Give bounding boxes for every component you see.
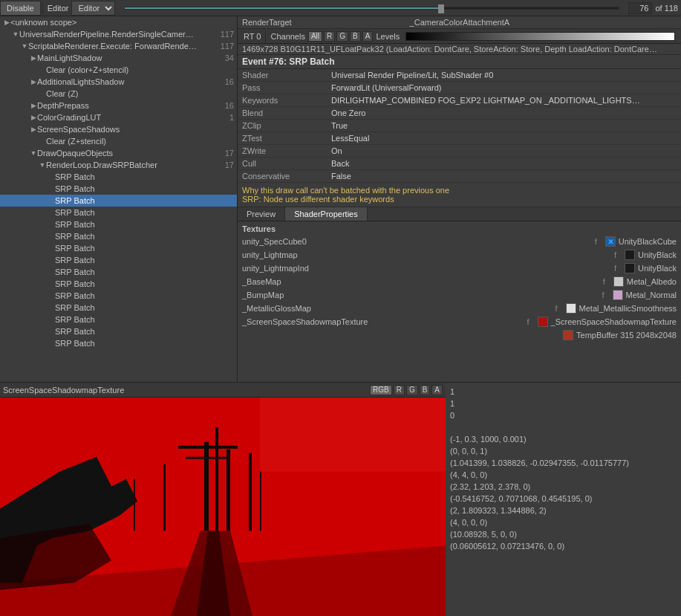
hierarchy-item-srp_batch_1[interactable]: SRP Batch <box>0 171 237 183</box>
hierarchy-item-draw_opaque[interactable]: ▼DrawOpaqueObjects17 <box>0 147 237 159</box>
hierarchy-item-additional_lights[interactable]: ▶AdditionalLightsShadow16 <box>0 76 237 88</box>
expand-arrow[interactable]: ▶ <box>30 54 37 62</box>
expand-arrow[interactable]: ▶ <box>3 19 10 26</box>
texture-swatch <box>538 317 548 327</box>
channels-label: Channels <box>267 32 307 41</box>
hierarchy-item-srp_batch_5[interactable]: SRP Batch <box>0 218 237 230</box>
rt-label: RT 0 <box>241 32 264 41</box>
texture-f-indicator: f <box>602 291 610 299</box>
preview-g-btn[interactable]: G <box>406 385 418 395</box>
expand-arrow[interactable]: ▶ <box>30 78 37 85</box>
expand-arrow[interactable]: ▶ <box>30 126 37 133</box>
property-value: True <box>327 120 681 132</box>
hierarchy-item-srp_batch_8[interactable]: SRP Batch <box>0 254 237 266</box>
hierarchy-item-label: SRP Batch <box>55 268 237 276</box>
hierarchy-item-render_loop[interactable]: ▼RenderLoop.DrawSRPBatcher17 <box>0 159 237 171</box>
hierarchy-item-srp_batch_13[interactable]: SRP Batch <box>0 314 237 325</box>
value-line-13: (0.06005612, 0.07213476, 0, 0) <box>450 540 677 552</box>
texture-f-indicator: f <box>603 277 610 286</box>
hierarchy-item-clear_z[interactable]: Clear (Z) <box>0 88 237 100</box>
hierarchy-item-depth_prepass[interactable]: ▶DepthPrepass16 <box>0 100 237 111</box>
expand-arrow[interactable]: ▶ <box>30 102 37 109</box>
hierarchy-item-srp_batch_14[interactable]: SRP Batch <box>0 325 237 337</box>
editor-label: Editor <box>45 4 72 13</box>
texture-swatch: ✕ <box>605 236 616 247</box>
channel-a-btn[interactable]: A <box>362 31 374 42</box>
tab-shader_properties[interactable]: ShaderProperties <box>285 207 368 221</box>
property-row: ShaderUniversal Render Pipeline/Lit, Sub… <box>238 69 681 82</box>
hierarchy-item-srp_batch_10[interactable]: SRP Batch <box>0 278 237 290</box>
value-line-2: 0 <box>450 409 677 421</box>
slider-thumb[interactable] <box>438 4 444 13</box>
disable-button[interactable]: Disable <box>0 1 41 16</box>
property-key: ZClip <box>238 120 327 132</box>
expand-arrow[interactable]: ▼ <box>21 42 28 50</box>
hierarchy-item-clear_stencil2[interactable]: Clear (Z+stencil) <box>0 135 237 147</box>
hierarchy-item-label: <unknown scope> <box>10 18 237 27</box>
hierarchy-item-clear_stencil1[interactable]: Clear (color+Z+stencil) <box>0 64 237 76</box>
texture-swatch <box>563 330 573 340</box>
texture-name: _MetallicGlossMap <box>242 304 553 313</box>
hierarchy-item-srp_batch_11[interactable]: SRP Batch <box>0 290 237 302</box>
texture-f-indicator: f <box>555 304 563 313</box>
editor-dropdown[interactable]: Editor <box>71 1 115 16</box>
property-key: Keywords <box>238 94 327 107</box>
property-row: ZClipTrue <box>238 120 681 132</box>
property-value: Universal Render Pipeline/Lit, SubShader… <box>327 69 681 82</box>
property-key: Blend <box>238 107 327 120</box>
texture-asset-label: UnityBlackCube <box>619 237 677 246</box>
hierarchy-item-srp_batch_2[interactable]: SRP Batch <box>0 183 237 195</box>
preview-rgb-btn[interactable]: RGB <box>370 385 392 395</box>
texture-row-2: unity_LightmapIndfUnityBlack <box>242 262 677 275</box>
hierarchy-item-main_light_shadow[interactable]: ▶MainLightShadow34 <box>0 52 237 64</box>
texture-row-3: _BaseMapfMetal_Albedo <box>242 275 677 288</box>
hierarchy-item-srp_batch_12[interactable]: SRP Batch <box>0 302 237 314</box>
preview-r-btn[interactable]: R <box>394 385 405 395</box>
texture-name: unity_LightmapInd <box>242 264 611 273</box>
hierarchy-item-srp_batch_6[interactable]: SRP Batch <box>0 230 237 242</box>
hierarchy-item-label: MainLightShadow <box>37 54 225 62</box>
channel-r-btn[interactable]: R <box>324 31 335 42</box>
hierarchy-item-universal_render[interactable]: ▼UniversalRenderPipeline.RenderSingleCam… <box>0 28 237 40</box>
property-value: False <box>327 170 681 183</box>
hierarchy-item-srp_batch_15[interactable]: SRP Batch <box>0 337 237 349</box>
svg-rect-15 <box>260 398 446 472</box>
expand-arrow[interactable]: ▼ <box>39 161 46 169</box>
preview-b-btn[interactable]: B <box>420 385 431 395</box>
textures-list: unity_SpecCube0f✕UnityBlackCubeunity_Lig… <box>242 235 677 342</box>
hierarchy-item-screen_space_shadows[interactable]: ▶ScreenSpaceShadows <box>0 123 237 135</box>
hierarchy-item-srp_batch_3[interactable]: SRP Batch <box>0 195 237 207</box>
texture-row-0: unity_SpecCube0f✕UnityBlackCube <box>242 235 677 248</box>
frame-number-input[interactable]: 76 <box>628 2 652 14</box>
hierarchy-item-srp_batch_9[interactable]: SRP Batch <box>0 266 237 278</box>
property-row: ZWriteOn <box>238 145 681 158</box>
svg-rect-7 <box>186 457 230 459</box>
left-panel: ▶<unknown scope>▼UniversalRenderPipeline… <box>0 16 238 382</box>
texture-name: unity_SpecCube0 <box>242 237 592 246</box>
hierarchy-item-label: SRP Batch <box>55 208 237 217</box>
hierarchy-item-label: SRP Batch <box>55 279 237 288</box>
channel-all-btn[interactable]: All <box>308 31 322 42</box>
channel-g-btn[interactable]: G <box>336 31 348 42</box>
hierarchy-item-label: SRP Batch <box>55 315 237 324</box>
preview-a-btn[interactable]: A <box>431 385 443 395</box>
expand-arrow[interactable]: ▼ <box>30 149 37 157</box>
tabs-row: PreviewShaderProperties <box>238 207 681 221</box>
resolution-info: 1469x728 B10G11R11_UFLoatPack32 (LoadAct… <box>238 44 681 55</box>
hierarchy-item-color_grading[interactable]: ▶ColorGradingLUT1 <box>0 111 237 123</box>
hierarchy-item-scriptable_renderer[interactable]: ▼ScriptableRenderer.Execute: ForwardRend… <box>0 40 237 52</box>
channel-b-btn[interactable]: B <box>350 31 361 42</box>
textures-section: Textures unity_SpecCube0f✕UnityBlackCube… <box>238 221 681 345</box>
expand-arrow[interactable]: ▶ <box>30 114 37 121</box>
tab-preview[interactable]: Preview <box>238 207 285 221</box>
texture-asset-label: Metal_Normal <box>626 291 677 299</box>
hierarchy-item-label: SRP Batch <box>55 291 237 300</box>
hierarchy-item-unknown_scope[interactable]: ▶<unknown scope> <box>0 16 237 28</box>
hierarchy-item-srp_batch_7[interactable]: SRP Batch <box>0 242 237 254</box>
property-row: ConservativeFalse <box>238 170 681 183</box>
frame-slider[interactable] <box>124 7 619 10</box>
expand-arrow[interactable]: ▼ <box>12 30 19 38</box>
svg-rect-3 <box>204 442 209 531</box>
hierarchy-item-srp_batch_4[interactable]: SRP Batch <box>0 207 237 218</box>
value-line-5: (0, 0, 0, 1) <box>450 445 677 457</box>
